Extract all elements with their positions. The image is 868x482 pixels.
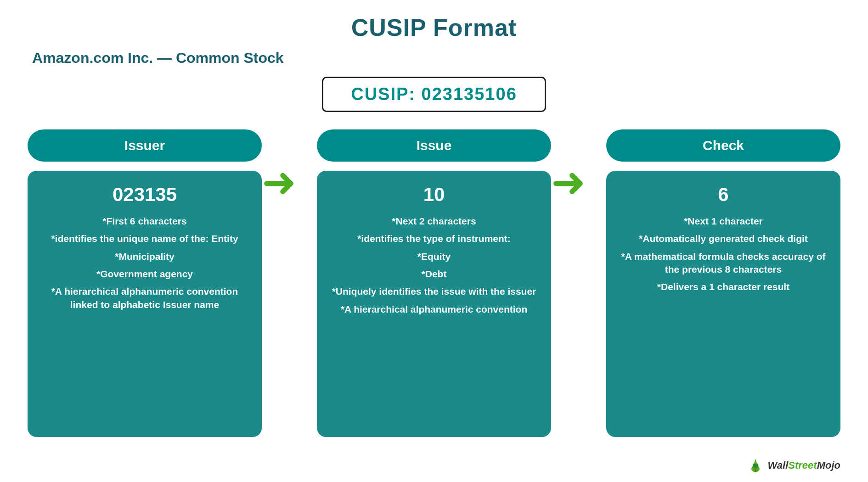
- svg-rect-3: [755, 469, 757, 472]
- check-point-3: *A mathematical formula checks accuracy …: [620, 250, 827, 276]
- issue-point-6: *A hierarchical alphanumeric convention: [331, 303, 537, 316]
- watermark-text: WallStreetMojo: [767, 460, 840, 471]
- arrow-2-wrapper: ➜: [551, 166, 606, 203]
- check-header: Check: [606, 129, 840, 162]
- check-value: 6: [620, 184, 827, 206]
- columns-container: Issuer 023135 *First 6 characters *ident…: [28, 129, 840, 437]
- issuer-point-2: *identifies the unique name of the: Enti…: [41, 232, 248, 245]
- issuer-value: 023135: [41, 184, 248, 206]
- issuer-point-3: *Municipality: [41, 250, 248, 263]
- page-title: CUSIP Format: [28, 14, 840, 41]
- arrow-1-wrapper: ➜: [262, 166, 317, 203]
- cusip-box: CUSIP: 023135106: [322, 77, 546, 112]
- issuer-header: Issuer: [28, 129, 262, 162]
- page-subtitle: Amazon.com Inc. — Common Stock: [32, 50, 840, 67]
- issue-point-2: *identifies the type of instrument:: [331, 232, 537, 245]
- issuer-point-5: *A hierarchical alphanumeric convention …: [41, 285, 248, 311]
- cusip-box-container: CUSIP: 023135106: [28, 77, 840, 112]
- watermark: WallStreetMojo: [747, 457, 840, 474]
- issuer-column: Issuer 023135 *First 6 characters *ident…: [28, 129, 262, 437]
- check-point-4: *Delivers a 1 character result: [620, 280, 827, 293]
- issue-point-4: *Debt: [331, 268, 537, 280]
- issuer-body: 023135 *First 6 characters *identifies t…: [28, 171, 262, 437]
- issue-point-1: *Next 2 characters: [331, 215, 537, 228]
- check-body: 6 *Next 1 character *Automatically gener…: [606, 171, 840, 437]
- page-container: CUSIP Format Amazon.com Inc. — Common St…: [0, 0, 868, 482]
- check-point-2: *Automatically generated check digit: [620, 232, 827, 245]
- issuer-point-1: *First 6 characters: [41, 215, 248, 228]
- arrow-1-icon: ➜: [262, 162, 296, 203]
- issue-point-3: *Equity: [331, 250, 537, 263]
- svg-marker-2: [754, 459, 757, 464]
- issue-point-5: *Uniquely identifies the issue with the …: [331, 285, 537, 298]
- arrow-2-icon: ➜: [551, 162, 586, 203]
- watermark-icon: [747, 457, 764, 474]
- issuer-point-4: *Government agency: [41, 268, 248, 280]
- issue-body: 10 *Next 2 characters *identifies the ty…: [317, 171, 551, 437]
- issue-column: Issue 10 *Next 2 characters *identifies …: [317, 129, 551, 437]
- check-column: Check 6 *Next 1 character *Automatically…: [606, 129, 840, 437]
- issue-header: Issue: [317, 129, 551, 162]
- issue-value: 10: [331, 184, 537, 206]
- check-point-1: *Next 1 character: [620, 215, 827, 228]
